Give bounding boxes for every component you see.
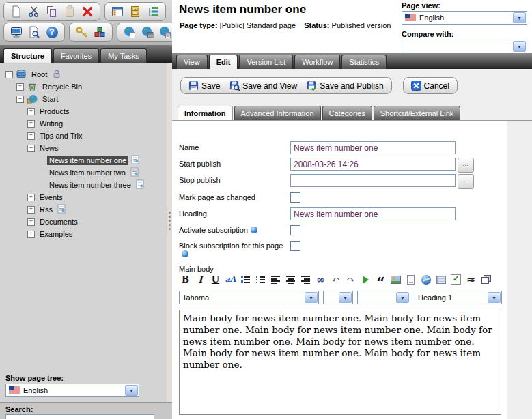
key-icon[interactable] bbox=[74, 25, 89, 40]
save-and-view-button[interactable]: Save and View bbox=[229, 81, 297, 91]
tab-edit[interactable]: Edit bbox=[209, 55, 238, 69]
activate-subscription-checkbox[interactable] bbox=[290, 225, 300, 235]
dropdown-arrow-icon[interactable] bbox=[488, 292, 501, 303]
blocks-icon[interactable] bbox=[92, 25, 107, 40]
find-icon[interactable] bbox=[314, 273, 327, 286]
tree-item-news-one[interactable]: News item number one bbox=[0, 154, 167, 167]
tree-item-examples[interactable]: + Examples bbox=[0, 228, 167, 240]
tree-item-events[interactable]: + Events bbox=[0, 191, 167, 203]
stop-publish-input[interactable] bbox=[290, 174, 456, 187]
unordered-list-icon[interactable] bbox=[254, 273, 267, 286]
tab-favorites[interactable]: Favorites bbox=[53, 48, 99, 63]
save-button[interactable]: Save bbox=[188, 81, 220, 91]
collapse-icon[interactable]: − bbox=[5, 71, 13, 78]
start-publish-picker-button[interactable]: ... bbox=[458, 158, 474, 173]
ordered-list-icon[interactable] bbox=[239, 273, 252, 286]
hyperlink-icon[interactable] bbox=[419, 273, 432, 286]
help-icon[interactable]: ? bbox=[44, 25, 59, 40]
redo-icon[interactable] bbox=[344, 273, 357, 286]
window-panel-icon[interactable] bbox=[110, 4, 125, 19]
tree-item-products[interactable]: + Products bbox=[0, 105, 167, 117]
paragraph-format-select[interactable]: Heading 1 bbox=[415, 291, 502, 304]
font-size-select[interactable] bbox=[323, 291, 353, 304]
tab-version-list[interactable]: Version List bbox=[239, 55, 293, 69]
tab-statistics[interactable]: Statistics bbox=[341, 55, 387, 69]
heading-input[interactable] bbox=[290, 207, 456, 220]
expand-icon[interactable]: + bbox=[27, 231, 35, 238]
font-color-icon[interactable] bbox=[224, 273, 237, 286]
dropdown-arrow-icon[interactable] bbox=[339, 292, 352, 303]
expand-icon[interactable]: + bbox=[27, 108, 35, 115]
compare-with-select[interactable] bbox=[402, 40, 527, 53]
delete-icon[interactable] bbox=[80, 4, 95, 19]
search-input[interactable] bbox=[5, 414, 154, 419]
expand-icon[interactable]: + bbox=[16, 83, 24, 91]
tab-structure[interactable]: Structure bbox=[3, 48, 52, 63]
tree-item-news-three[interactable]: News item number three bbox=[0, 179, 167, 191]
new-page-icon[interactable] bbox=[9, 4, 24, 19]
undo-icon[interactable] bbox=[329, 273, 342, 286]
tree-item-root[interactable]: − Root bbox=[0, 68, 167, 81]
block-subscription-checkbox[interactable] bbox=[290, 241, 300, 251]
align-center-icon[interactable] bbox=[284, 273, 297, 286]
expand-icon[interactable]: + bbox=[27, 194, 35, 201]
tab-shortcut-external-link[interactable]: Shortcut/External Link bbox=[374, 106, 461, 120]
font-name-select[interactable]: Tahoma bbox=[179, 291, 319, 304]
page-tree-language-select[interactable]: English bbox=[5, 384, 139, 397]
dropdown-arrow-icon[interactable] bbox=[305, 292, 318, 303]
tree-structure-icon[interactable] bbox=[145, 4, 160, 19]
mark-changed-checkbox[interactable] bbox=[290, 192, 300, 203]
monitor-icon[interactable] bbox=[9, 25, 24, 40]
globe-page-icon[interactable] bbox=[122, 25, 137, 40]
insert-dynamic-content-icon[interactable] bbox=[359, 273, 372, 286]
globe-report-icon[interactable] bbox=[158, 25, 173, 40]
expand-icon[interactable]: + bbox=[27, 120, 35, 128]
image-icon[interactable] bbox=[389, 273, 402, 286]
style-select[interactable] bbox=[357, 291, 410, 304]
start-publish-input[interactable] bbox=[290, 158, 456, 171]
tree-item-rss[interactable]: + Rss bbox=[0, 203, 167, 216]
main-body-editor[interactable]: Main body for news item number one. Main… bbox=[179, 310, 501, 415]
tab-categories[interactable]: Categories bbox=[322, 106, 372, 120]
file-archive-icon[interactable] bbox=[128, 4, 143, 19]
globe-table-icon[interactable] bbox=[140, 25, 155, 40]
dropdown-arrow-icon[interactable] bbox=[125, 385, 138, 396]
cut-icon[interactable] bbox=[27, 4, 42, 19]
underline-icon[interactable] bbox=[209, 273, 222, 286]
expand-icon[interactable]: + bbox=[27, 218, 35, 226]
collapse-icon[interactable]: − bbox=[16, 96, 24, 103]
align-left-icon[interactable] bbox=[269, 273, 282, 286]
dropdown-arrow-icon[interactable] bbox=[513, 41, 526, 52]
italic-icon[interactable] bbox=[194, 273, 207, 286]
tree-item-writing[interactable]: + Writing bbox=[0, 117, 167, 130]
tree-item-documents[interactable]: + Documents bbox=[0, 216, 167, 228]
name-input[interactable] bbox=[290, 141, 456, 154]
stop-publish-picker-button[interactable]: ... bbox=[458, 174, 474, 189]
remove-formatting-icon[interactable] bbox=[464, 273, 477, 286]
document-icon[interactable] bbox=[404, 273, 417, 286]
save-and-publish-button[interactable]: Save and Publish bbox=[307, 81, 383, 91]
popup-window-icon[interactable] bbox=[479, 273, 492, 286]
bold-icon[interactable] bbox=[179, 273, 192, 286]
page-view-select[interactable]: English bbox=[402, 11, 527, 25]
spellcheck-icon[interactable] bbox=[449, 273, 462, 286]
align-right-icon[interactable] bbox=[299, 273, 312, 286]
copy-icon[interactable] bbox=[44, 4, 59, 19]
tree-item-recycle-bin[interactable]: + Recycle Bin bbox=[0, 81, 167, 93]
tree-item-start[interactable]: − Start bbox=[0, 93, 167, 105]
tab-workflow[interactable]: Workflow bbox=[294, 55, 340, 69]
quote-icon[interactable] bbox=[374, 273, 387, 286]
tab-view[interactable]: View bbox=[176, 55, 208, 69]
dropdown-arrow-icon[interactable] bbox=[396, 292, 409, 303]
expand-icon[interactable]: + bbox=[27, 132, 35, 140]
tab-advanced-information[interactable]: Advanced Information bbox=[234, 106, 321, 120]
tab-my-tasks[interactable]: My Tasks bbox=[100, 48, 147, 63]
expand-icon[interactable]: + bbox=[27, 206, 35, 214]
tree-item-news[interactable]: − News bbox=[0, 142, 167, 154]
table-icon[interactable] bbox=[434, 273, 447, 286]
tab-information[interactable]: Information bbox=[178, 106, 233, 120]
document-preview-icon[interactable] bbox=[27, 25, 42, 40]
dropdown-arrow-icon[interactable] bbox=[513, 12, 526, 23]
tree-item-tips-and-trix[interactable]: + Tips and Trix bbox=[0, 130, 167, 142]
collapse-icon[interactable]: − bbox=[27, 145, 35, 152]
